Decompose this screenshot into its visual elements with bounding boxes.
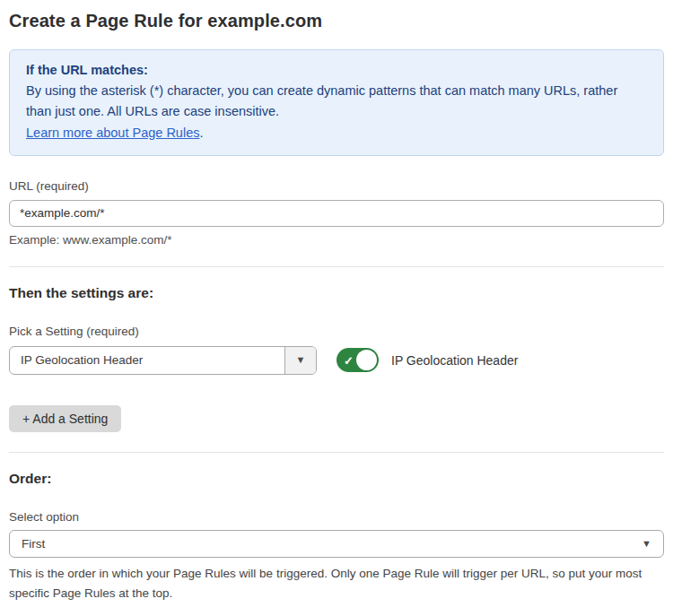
chevron-down-icon: ▼ [642, 539, 651, 549]
url-field-label: URL (required) [9, 179, 664, 193]
divider [9, 266, 664, 267]
setting-toggle-group: ✓ IP Geolocation Header [336, 348, 518, 372]
settings-section-heading: Then the settings are: [9, 285, 664, 301]
url-example-hint: Example: www.example.com/* [9, 233, 664, 247]
setting-select-value: IP Geolocation Header [10, 347, 284, 374]
link-period: . [199, 126, 203, 140]
chevron-down-icon: ▼ [296, 355, 306, 365]
setting-select[interactable]: IP Geolocation Header ▼ [9, 346, 317, 375]
order-help-text: This is the order in which your Page Rul… [9, 564, 660, 604]
page-title: Create a Page Rule for example.com [9, 11, 664, 31]
setting-row: IP Geolocation Header ▼ ✓ IP Geolocation… [9, 346, 664, 375]
check-icon: ✓ [344, 353, 354, 367]
order-select-value: First [22, 537, 45, 551]
order-select[interactable]: First ▼ [9, 530, 664, 558]
add-setting-button[interactable]: + Add a Setting [9, 405, 121, 432]
setting-select-arrow-button[interactable]: ▼ [284, 347, 316, 374]
page-rule-form: Create a Page Rule for example.com If th… [9, 11, 664, 616]
toggle-knob [356, 350, 377, 370]
pick-setting-label: Pick a Setting (required) [9, 325, 664, 338]
divider [9, 452, 664, 453]
order-section-heading: Order: [9, 471, 664, 487]
order-select-label: Select option [9, 510, 664, 524]
info-link-line: Learn more about Page Rules. [26, 123, 647, 143]
url-match-info-box: If the URL matches: By using the asteris… [9, 49, 664, 156]
url-input[interactable] [9, 200, 664, 227]
learn-more-link[interactable]: Learn more about Page Rules [26, 126, 199, 140]
ip-geolocation-toggle[interactable]: ✓ [336, 348, 379, 372]
info-box-body: By using the asterisk (*) character, you… [26, 81, 636, 122]
info-box-heading: If the URL matches: [26, 60, 647, 81]
toggle-label: IP Geolocation Header [391, 353, 518, 368]
